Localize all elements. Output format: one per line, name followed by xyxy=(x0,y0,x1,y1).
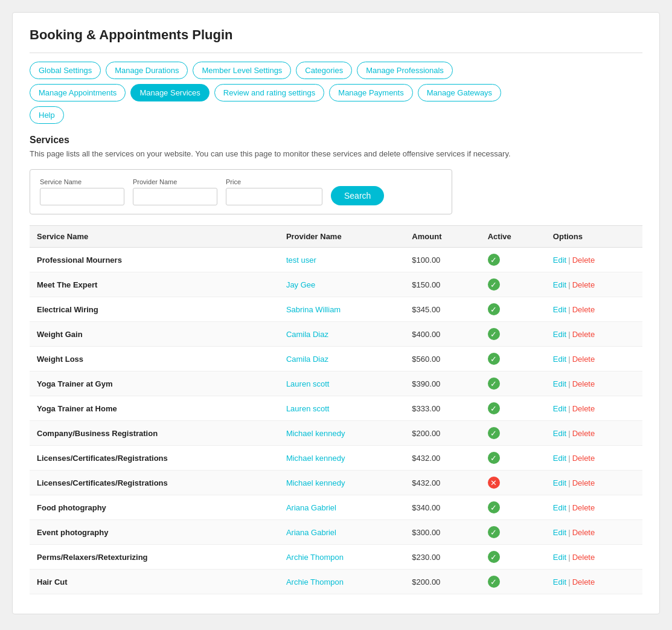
provider-name-cell[interactable]: Michael kennedy xyxy=(279,446,405,471)
table-row: Weight GainCamila Diaz$400.00✓Edit|Delet… xyxy=(30,322,642,347)
options-cell: Edit|Delete xyxy=(546,520,642,545)
options-cell: Edit|Delete xyxy=(546,371,642,396)
service-name-cell: Meet The Expert xyxy=(30,272,279,297)
services-table: Service NameProvider NameAmountActiveOpt… xyxy=(30,225,642,594)
options-separator: | xyxy=(568,280,570,289)
edit-link[interactable]: Edit xyxy=(553,478,566,487)
delete-link[interactable]: Delete xyxy=(572,330,595,339)
delete-link[interactable]: Delete xyxy=(572,503,595,512)
edit-link[interactable]: Edit xyxy=(553,577,566,587)
table-row: Meet The ExpertJay Gee$150.00✓Edit|Delet… xyxy=(30,272,642,297)
provider-name-cell[interactable]: Archie Thompon xyxy=(279,570,405,594)
edit-link[interactable]: Edit xyxy=(553,330,566,339)
service-name-cell: Licenses/Certificates/Registrations xyxy=(30,471,279,495)
nav-tab-review-and-rating-settings[interactable]: Review and rating settings xyxy=(214,84,324,101)
nav-tab-manage-appointments[interactable]: Manage Appointments xyxy=(30,84,126,101)
delete-link[interactable]: Delete xyxy=(572,404,595,413)
options-separator: | xyxy=(568,478,570,487)
nav-tab-categories[interactable]: Categories xyxy=(296,62,352,79)
delete-link[interactable]: Delete xyxy=(572,528,595,537)
provider-name-cell[interactable]: Camila Diaz xyxy=(279,347,405,371)
delete-link[interactable]: Delete xyxy=(572,577,595,587)
edit-link[interactable]: Edit xyxy=(553,454,566,463)
provider-name-cell[interactable]: Ariana Gabriel xyxy=(279,495,405,520)
delete-link[interactable]: Delete xyxy=(572,454,595,463)
table-header-row: Service NameProvider NameAmountActiveOpt… xyxy=(30,226,642,248)
page-title: Booking & Appointments Plugin xyxy=(30,27,642,43)
options-separator: | xyxy=(568,528,570,537)
table-col-provider-name: Provider Name xyxy=(279,226,405,248)
active-cell: ✓ xyxy=(481,396,546,421)
options-separator: | xyxy=(568,429,570,438)
service-name-cell: Electrical Wiring xyxy=(30,297,279,322)
price-input[interactable] xyxy=(226,188,322,205)
amount-cell: $432.00 xyxy=(405,446,480,471)
active-cell: ✓ xyxy=(481,297,546,322)
amount-cell: $432.00 xyxy=(405,471,480,495)
nav-row2: Manage AppointmentsManage ServicesReview… xyxy=(30,84,642,101)
nav-tab-help[interactable]: Help xyxy=(30,106,64,124)
provider-name-cell[interactable]: Lauren scott xyxy=(279,396,405,421)
edit-link[interactable]: Edit xyxy=(553,305,566,314)
edit-link[interactable]: Edit xyxy=(553,355,566,364)
delete-link[interactable]: Delete xyxy=(572,280,595,289)
edit-link[interactable]: Edit xyxy=(553,256,566,265)
active-check-icon: ✓ xyxy=(488,576,500,588)
nav-tab-manage-professionals[interactable]: Manage Professionals xyxy=(357,62,453,79)
service-name-cell: Company/Business Registration xyxy=(30,421,279,446)
provider-name-cell[interactable]: Michael kennedy xyxy=(279,471,405,495)
options-separator: | xyxy=(568,454,570,463)
active-cell: ✓ xyxy=(481,322,546,347)
delete-link[interactable]: Delete xyxy=(572,355,595,364)
nav-tab-manage-services[interactable]: Manage Services xyxy=(130,84,209,101)
delete-link[interactable]: Delete xyxy=(572,305,595,314)
table-row: Food photographyAriana Gabriel$340.00✓Ed… xyxy=(30,495,642,520)
table-row: Perms/Relaxers/RetexturizingArchie Thomp… xyxy=(30,545,642,570)
edit-link[interactable]: Edit xyxy=(553,429,566,438)
delete-link[interactable]: Delete xyxy=(572,256,595,265)
provider-name-cell[interactable]: Lauren scott xyxy=(279,371,405,396)
table-row: Yoga Trainer at GymLauren scott$390.00✓E… xyxy=(30,371,642,396)
nav-tab-global-settings[interactable]: Global Settings xyxy=(30,62,101,79)
table-row: Licenses/Certificates/RegistrationsMicha… xyxy=(30,471,642,495)
provider-name-input[interactable] xyxy=(133,188,217,205)
delete-link[interactable]: Delete xyxy=(572,429,595,438)
nav-tab-manage-durations[interactable]: Manage Durations xyxy=(106,62,188,79)
provider-name-cell[interactable]: Jay Gee xyxy=(279,272,405,297)
options-cell: Edit|Delete xyxy=(546,495,642,520)
provider-name-cell[interactable]: Michael kennedy xyxy=(279,421,405,446)
edit-link[interactable]: Edit xyxy=(553,503,566,512)
delete-link[interactable]: Delete xyxy=(572,478,595,487)
table-row: Weight LossCamila Diaz$560.00✓Edit|Delet… xyxy=(30,347,642,371)
edit-link[interactable]: Edit xyxy=(553,528,566,537)
active-check-icon: ✓ xyxy=(488,402,500,414)
service-name-input[interactable] xyxy=(40,188,124,205)
service-name-cell: Food photography xyxy=(30,495,279,520)
edit-link[interactable]: Edit xyxy=(553,404,566,413)
provider-name-label: Provider Name xyxy=(133,178,217,185)
search-button[interactable]: Search xyxy=(331,186,384,205)
nav-tab-member-level-settings[interactable]: Member Level Settings xyxy=(193,62,291,79)
active-cell: ✓ xyxy=(481,371,546,396)
active-check-icon: ✓ xyxy=(488,526,500,538)
provider-name-cell[interactable]: Camila Diaz xyxy=(279,322,405,347)
provider-name-cell[interactable]: Archie Thompon xyxy=(279,545,405,570)
nav-tab-manage-payments[interactable]: Manage Payments xyxy=(329,84,412,101)
provider-name-cell[interactable]: Ariana Gabriel xyxy=(279,520,405,545)
amount-cell: $390.00 xyxy=(405,371,480,396)
provider-name-field-group: Provider Name xyxy=(133,178,217,205)
nav-tab-manage-gateways[interactable]: Manage Gateways xyxy=(418,84,501,101)
provider-name-cell[interactable]: test user xyxy=(279,248,405,272)
delete-link[interactable]: Delete xyxy=(572,553,595,562)
edit-link[interactable]: Edit xyxy=(553,553,566,562)
options-cell: Edit|Delete xyxy=(546,248,642,272)
amount-cell: $340.00 xyxy=(405,495,480,520)
provider-name-cell[interactable]: Sabrina William xyxy=(279,297,405,322)
edit-link[interactable]: Edit xyxy=(553,280,566,289)
service-name-cell: Professional Mourners xyxy=(30,248,279,272)
table-row: Professional Mournerstest user$100.00✓Ed… xyxy=(30,248,642,272)
options-separator: | xyxy=(568,330,570,339)
edit-link[interactable]: Edit xyxy=(553,379,566,388)
inactive-x-icon: ✕ xyxy=(488,477,500,489)
delete-link[interactable]: Delete xyxy=(572,379,595,388)
